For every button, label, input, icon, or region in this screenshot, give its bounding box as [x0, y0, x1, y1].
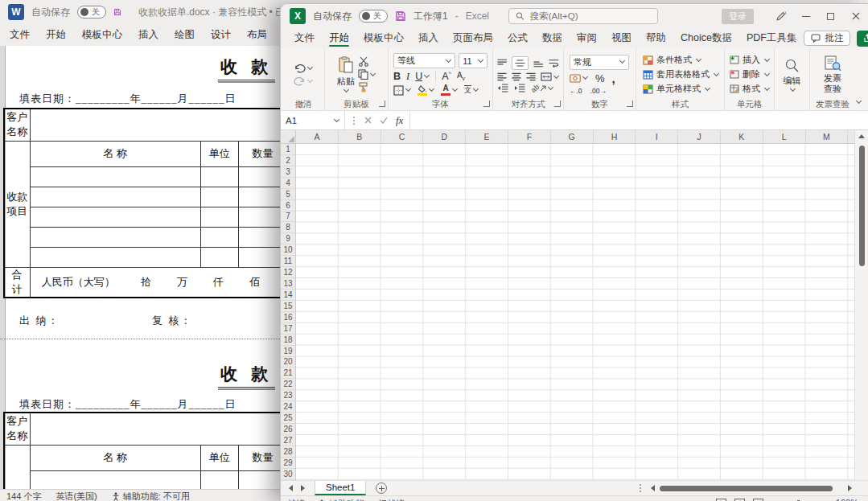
column-header[interactable]: J: [678, 130, 721, 143]
word-menu-tab[interactable]: 布局: [239, 28, 275, 42]
word-menu-tab[interactable]: 绘图: [167, 28, 203, 42]
inking-pen-button[interactable]: [768, 4, 793, 28]
save-icon[interactable]: [395, 10, 406, 22]
row-header[interactable]: 12: [281, 267, 295, 278]
page-layout-view-button[interactable]: [734, 499, 745, 501]
comments-button[interactable]: 批注: [804, 31, 850, 46]
number-format-combo[interactable]: 常规: [570, 55, 629, 70]
tab-view[interactable]: 视图: [604, 28, 639, 48]
next-sheet-button[interactable]: [301, 485, 305, 491]
login-button[interactable]: 登录: [722, 9, 754, 24]
row-header[interactable]: 5: [281, 189, 295, 200]
row-header[interactable]: 14: [281, 290, 295, 301]
row-header[interactable]: 27: [281, 435, 295, 446]
confirm-entry-icon[interactable]: [380, 117, 388, 124]
conditional-formatting-button[interactable]: 条件格式: [643, 54, 701, 66]
column-header[interactable]: K: [721, 130, 763, 143]
copy-button[interactable]: [358, 69, 376, 80]
language-indicator[interactable]: 英语(美国): [56, 491, 97, 501]
word-accessibility-status[interactable]: 辅助功能: 不可用: [112, 491, 190, 501]
row-header[interactable]: 1: [281, 144, 295, 155]
scroll-up-button[interactable]: [858, 130, 865, 142]
hscroll-right-button[interactable]: [848, 485, 852, 491]
hscroll-left-button[interactable]: [651, 485, 655, 491]
page-break-view-button[interactable]: [753, 499, 763, 501]
column-header[interactable]: L: [763, 130, 806, 143]
delete-cells-button[interactable]: 删除: [730, 68, 770, 80]
italic-button[interactable]: I: [406, 72, 409, 82]
tab-formulas[interactable]: 公式: [500, 28, 535, 48]
align-center-icon[interactable]: [512, 72, 521, 81]
orientation-button[interactable]: ab: [531, 84, 553, 92]
row-header[interactable]: 30: [281, 469, 295, 480]
insert-function-button[interactable]: fx: [396, 114, 403, 127]
sheet-cells[interactable]: [296, 144, 868, 480]
font-name-combo[interactable]: 等线: [393, 53, 455, 68]
fill-color-button[interactable]: [418, 85, 434, 96]
search-box[interactable]: [508, 8, 658, 24]
select-all-button[interactable]: [281, 130, 295, 144]
column-header[interactable]: H: [594, 130, 636, 143]
minimize-button[interactable]: [793, 4, 818, 28]
horizontal-scroll-thumb[interactable]: [660, 486, 833, 491]
dialog-launcher-icon[interactable]: [483, 101, 490, 107]
row-header[interactable]: 4: [281, 178, 295, 189]
borders-button[interactable]: [393, 85, 411, 96]
new-sheet-button[interactable]: [376, 483, 387, 494]
tab-help[interactable]: 帮助: [639, 28, 673, 48]
row-header[interactable]: 6: [281, 200, 295, 211]
word-autosave-toggle[interactable]: 关: [77, 6, 106, 18]
sheet-tab-active[interactable]: Sheet1: [315, 481, 366, 495]
collapse-ribbon-button[interactable]: [856, 98, 862, 104]
row-header[interactable]: 3: [281, 166, 295, 178]
align-bottom-icon[interactable]: [533, 59, 543, 68]
column-header[interactable]: C: [381, 130, 424, 143]
word-menu-tab[interactable]: 设计: [203, 28, 239, 42]
tab-template-center[interactable]: 模板中心: [356, 28, 411, 48]
maximize-button[interactable]: [818, 4, 843, 28]
vertical-scrollbar[interactable]: [854, 130, 868, 480]
increase-indent-icon[interactable]: [514, 84, 525, 92]
tab-review[interactable]: 审阅: [570, 28, 604, 48]
tab-file[interactable]: 文件: [287, 28, 322, 48]
horizontal-scrollbar[interactable]: [660, 485, 843, 492]
splitter-handle-icon[interactable]: [640, 484, 641, 492]
row-header[interactable]: 24: [281, 401, 295, 413]
row-header[interactable]: 18: [281, 335, 295, 346]
shrink-font-button[interactable]: Av: [457, 72, 465, 81]
dialog-launcher-icon[interactable]: [554, 101, 561, 107]
tab-choice-data[interactable]: Choice数据: [673, 28, 739, 48]
drag-handle-icon[interactable]: [352, 117, 356, 125]
comma-style-button[interactable]: ,: [612, 72, 615, 84]
percent-style-button[interactable]: %: [595, 73, 605, 84]
dialog-launcher-icon[interactable]: [627, 101, 633, 107]
normal-view-button[interactable]: [716, 499, 726, 501]
close-button[interactable]: [843, 4, 868, 28]
row-header[interactable]: 23: [281, 390, 295, 401]
row-header[interactable]: 29: [281, 458, 295, 469]
wrap-text-icon[interactable]: [549, 59, 559, 68]
align-middle-button[interactable]: [512, 56, 529, 70]
row-header[interactable]: 10: [281, 244, 295, 256]
format-as-table-button[interactable]: 套用表格格式: [643, 68, 719, 80]
underline-button[interactable]: U: [415, 72, 430, 82]
tab-page-layout[interactable]: 页面布局: [446, 28, 500, 48]
grow-font-button[interactable]: A^: [442, 71, 451, 82]
search-input[interactable]: [530, 11, 651, 21]
row-header[interactable]: 22: [281, 379, 295, 390]
row-header[interactable]: 19: [281, 346, 295, 357]
format-cells-button[interactable]: 格式: [730, 83, 770, 95]
tab-pdf-tools[interactable]: PDF工具集: [739, 28, 804, 48]
decrease-decimal-button[interactable]: .00→: [590, 87, 607, 95]
cell-styles-button[interactable]: 单元格样式: [643, 83, 710, 95]
bold-button[interactable]: B: [393, 72, 401, 82]
tab-data[interactable]: 数据: [535, 28, 570, 48]
align-right-icon[interactable]: [526, 72, 536, 81]
column-header[interactable]: B: [339, 130, 381, 143]
format-painter-button[interactable]: [358, 82, 376, 92]
name-box[interactable]: A1: [281, 111, 345, 129]
excel-accessibility-status[interactable]: 辅助功能: 一切就绪: [318, 498, 405, 501]
tab-insert[interactable]: 插入: [411, 28, 446, 48]
align-top-icon[interactable]: [497, 59, 507, 68]
zoom-level[interactable]: 100%: [836, 498, 858, 501]
